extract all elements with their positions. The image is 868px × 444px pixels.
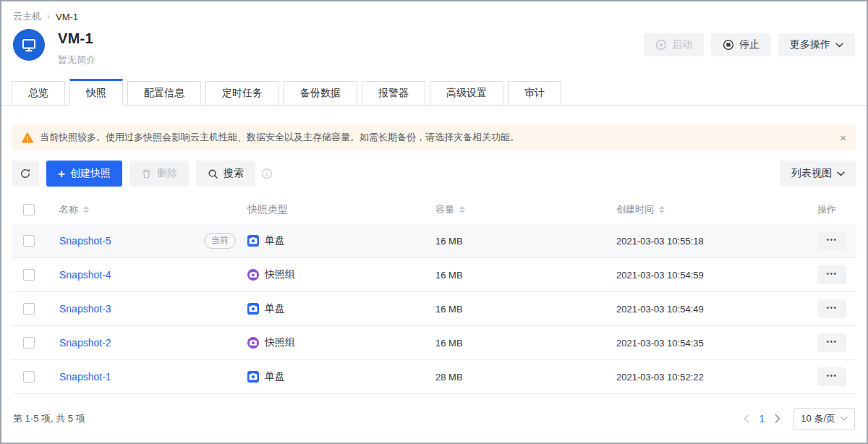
snapshot-name-link[interactable]: Snapshot-2 [59,337,111,349]
tab-alarms[interactable]: 报警器 [362,81,425,106]
sort-icon[interactable] [459,206,465,213]
pagination: 1 10 条/页 [744,408,855,430]
tab-alarms-label: 报警器 [378,87,409,100]
row-checkbox[interactable] [23,303,35,315]
next-page-icon[interactable] [775,414,780,423]
snapshot-type-label: 单盘 [265,234,285,247]
view-mode-label: 列表视图 [791,167,832,180]
snapshot-group-icon [247,269,259,281]
table-row: Snapshot-5 当前 单盘 16 MB 2021-03-03 10:55:… [12,224,856,258]
warning-triangle-icon [22,132,33,143]
tab-audit-label: 审计 [524,87,545,100]
column-header-created: 创建时间 [616,203,654,216]
page-number[interactable]: 1 [760,413,765,424]
tab-advanced-settings[interactable]: 高级设置 [430,81,503,106]
banner-close-icon[interactable]: × [840,132,846,143]
tab-advanced-settings-label: 高级设置 [446,87,487,100]
column-header-type: 快照类型 [247,203,288,216]
table-footer: 第 1-5 项, 共 5 项 1 10 条/页 [12,394,856,443]
snapshot-type-label: 单盘 [265,370,285,383]
tab-scheduled-tasks-label: 定时任务 [222,87,263,100]
breadcrumb-cloud-host[interactable]: 云主机 [13,10,41,23]
column-header-size: 容量 [435,203,454,216]
vm-detail-page: 云主机 › VM-1 VM-1 暂无简介 [0,0,868,444]
snapshot-table: 名称 快照类型 容量 创建时间 操作 [12,195,856,394]
snapshot-size: 16 MB [435,304,463,315]
page-size-value: 10 条/页 [801,412,835,425]
view-mode-dropdown[interactable]: 列表视图 [780,161,856,187]
banner-message: 当前快照较多。使用过多快照会影响云主机性能、数据安全以及主存储容量。如需长期备份… [40,131,519,144]
prev-page-icon[interactable] [744,414,749,423]
single-disk-snapshot-icon [247,303,259,315]
start-vm-label: 启动 [672,38,692,51]
page-header: VM-1 暂无简介 启动 停止 [1,23,867,67]
row-checkbox[interactable] [23,269,35,281]
snapshot-type-label: 单盘 [265,302,285,315]
create-snapshot-label: 创建快照 [70,167,111,180]
more-actions-button[interactable]: 更多操作 [778,33,855,56]
tab-backup-data[interactable]: 备份数据 [284,81,357,106]
vm-avatar [13,29,45,61]
more-actions-label: 更多操作 [790,38,830,51]
row-checkbox[interactable] [23,371,35,383]
row-actions-button[interactable]: ••• [817,367,846,386]
start-vm-button[interactable]: 启动 [644,33,704,56]
snapshot-created-time: 2021-03-03 10:54:49 [616,304,704,315]
search-button[interactable]: 搜索 [196,161,255,187]
tab-config-info[interactable]: 配置信息 [127,81,201,106]
tab-snapshot[interactable]: 快照 [69,79,123,106]
row-checkbox[interactable] [23,235,35,247]
snapshot-created-time: 2021-03-03 10:54:59 [616,270,704,281]
trash-icon [141,168,152,179]
chevron-down-icon [835,43,843,48]
monitor-icon [20,36,38,54]
tab-audit[interactable]: 审计 [508,81,561,106]
tab-config-info-label: 配置信息 [144,87,184,100]
items-summary: 第 1-5 项, 共 5 项 [13,412,85,425]
plus-icon: + [58,168,65,180]
header-actions: 启动 停止 更多操作 [644,29,855,56]
tab-overview-label: 总览 [28,87,48,100]
snapshot-size: 16 MB [435,338,463,349]
single-disk-snapshot-icon [247,371,259,383]
select-all-checkbox[interactable] [23,204,35,215]
snapshot-name-link[interactable]: Snapshot-3 [59,303,111,315]
stop-vm-button[interactable]: 停止 [711,33,771,56]
table-row: Snapshot-4 快照组 16 MB 2021-03-03 10:54:59… [12,258,856,292]
search-icon [208,168,218,179]
tab-scheduled-tasks[interactable]: 定时任务 [205,81,279,106]
row-actions-button[interactable]: ••• [817,299,846,318]
delete-snapshot-button[interactable]: 删除 [129,161,189,187]
snapshot-type-label: 快照组 [265,336,295,349]
snapshot-name-link[interactable]: Snapshot-4 [59,269,111,281]
breadcrumb: 云主机 › VM-1 [1,1,867,23]
play-circle-icon [655,39,667,51]
row-actions-button[interactable]: ••• [817,231,846,250]
page-subtitle: 暂无简介 [58,54,95,67]
snapshot-name-link[interactable]: Snapshot-5 [59,235,111,247]
snapshot-group-icon [247,337,259,349]
page-size-select[interactable]: 10 条/页 [793,408,855,430]
column-header-name: 名称 [59,203,78,216]
sort-icon[interactable] [659,206,665,213]
snapshot-created-time: 2021-03-03 10:55:18 [616,236,704,247]
refresh-icon [20,168,31,179]
current-badge: 当前 [204,233,236,249]
tab-snapshot-label: 快照 [86,87,106,100]
sort-icon[interactable] [83,206,89,213]
row-actions-button[interactable]: ••• [817,333,846,352]
create-snapshot-button[interactable]: + 创建快照 [46,161,122,187]
table-row: Snapshot-3 单盘 16 MB 2021-03-03 10:54:49 … [12,292,856,326]
info-icon[interactable] [261,168,273,179]
snapshot-size: 16 MB [435,270,463,281]
snapshot-name-link[interactable]: Snapshot-1 [59,371,111,383]
snapshot-size: 16 MB [435,236,463,247]
header-text: VM-1 暂无简介 [58,29,95,67]
row-actions-button[interactable]: ••• [817,265,846,284]
table-row: Snapshot-1 单盘 28 MB 2021-03-03 10:52:22 … [12,360,856,394]
tab-overview[interactable]: 总览 [12,81,65,106]
stop-vm-label: 停止 [739,38,760,51]
snapshot-type-label: 快照组 [265,268,295,281]
row-checkbox[interactable] [23,337,35,349]
refresh-button[interactable] [12,161,39,187]
